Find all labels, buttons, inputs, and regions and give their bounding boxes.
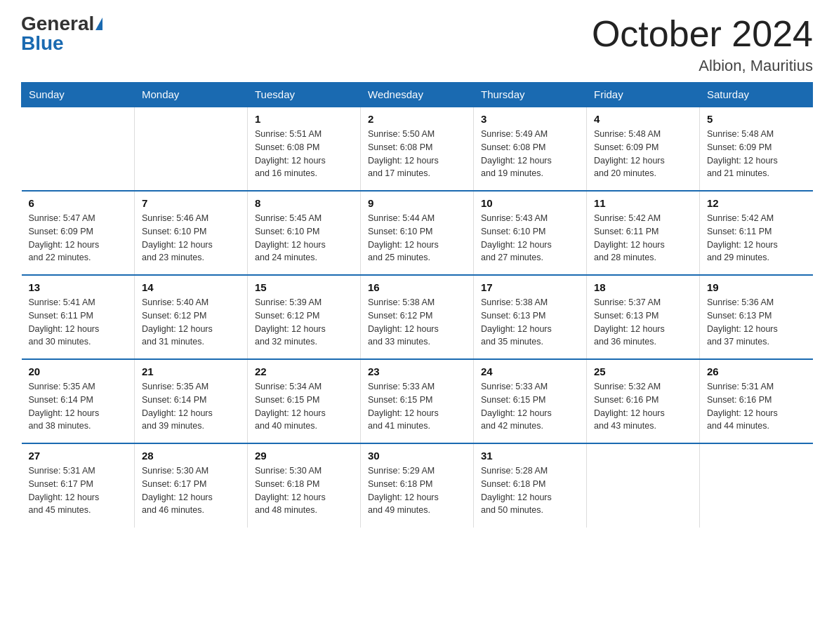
day-number: 25 [594, 365, 692, 377]
day-info: Sunrise: 5:37 AM Sunset: 6:13 PM Dayligh… [594, 296, 692, 349]
day-cell: 26Sunrise: 5:31 AM Sunset: 6:16 PM Dayli… [700, 359, 813, 443]
day-number: 27 [29, 450, 128, 462]
day-info: Sunrise: 5:47 AM Sunset: 6:09 PM Dayligh… [29, 212, 128, 264]
day-cell: 8Sunrise: 5:45 AM Sunset: 6:10 PM Daylig… [248, 191, 361, 275]
day-cell: 14Sunrise: 5:40 AM Sunset: 6:12 PM Dayli… [135, 275, 248, 359]
day-cell: 20Sunrise: 5:35 AM Sunset: 6:14 PM Dayli… [22, 359, 135, 443]
day-number: 2 [368, 113, 466, 125]
day-info: Sunrise: 5:45 AM Sunset: 6:10 PM Dayligh… [255, 212, 353, 264]
day-cell: 5Sunrise: 5:48 AM Sunset: 6:09 PM Daylig… [700, 107, 813, 191]
day-cell [22, 107, 135, 191]
day-cell: 21Sunrise: 5:35 AM Sunset: 6:14 PM Dayli… [135, 359, 248, 443]
logo-triangle-icon [95, 18, 102, 30]
day-cell: 24Sunrise: 5:33 AM Sunset: 6:15 PM Dayli… [474, 359, 587, 443]
logo-blue: Blue [21, 32, 64, 54]
day-number: 17 [481, 281, 579, 293]
day-headers-row: SundayMondayTuesdayWednesdayThursdayFrid… [22, 83, 813, 107]
day-info: Sunrise: 5:34 AM Sunset: 6:15 PM Dayligh… [255, 380, 353, 433]
day-info: Sunrise: 5:48 AM Sunset: 6:09 PM Dayligh… [594, 128, 692, 180]
day-number: 14 [142, 281, 240, 293]
week-row-5: 27Sunrise: 5:31 AM Sunset: 6:17 PM Dayli… [22, 443, 813, 528]
day-header-saturday: Saturday [700, 83, 813, 107]
day-info: Sunrise: 5:36 AM Sunset: 6:13 PM Dayligh… [707, 296, 806, 349]
logo: General Blue [21, 14, 102, 53]
day-number: 22 [255, 365, 353, 377]
day-info: Sunrise: 5:31 AM Sunset: 6:16 PM Dayligh… [707, 380, 806, 433]
day-cell: 6Sunrise: 5:47 AM Sunset: 6:09 PM Daylig… [22, 191, 135, 275]
day-cell: 2Sunrise: 5:50 AM Sunset: 6:08 PM Daylig… [361, 107, 474, 191]
day-cell: 23Sunrise: 5:33 AM Sunset: 6:15 PM Dayli… [361, 359, 474, 443]
day-info: Sunrise: 5:33 AM Sunset: 6:15 PM Dayligh… [368, 380, 466, 433]
day-header-sunday: Sunday [22, 83, 135, 107]
day-number: 23 [368, 365, 466, 377]
day-number: 8 [255, 197, 353, 209]
day-header-monday: Monday [135, 83, 248, 107]
day-info: Sunrise: 5:29 AM Sunset: 6:18 PM Dayligh… [368, 464, 466, 517]
calendar-header: SundayMondayTuesdayWednesdayThursdayFrid… [22, 83, 813, 107]
day-info: Sunrise: 5:28 AM Sunset: 6:18 PM Dayligh… [481, 464, 579, 517]
day-number: 9 [368, 197, 466, 209]
week-row-1: 1Sunrise: 5:51 AM Sunset: 6:08 PM Daylig… [22, 107, 813, 191]
day-info: Sunrise: 5:39 AM Sunset: 6:12 PM Dayligh… [255, 296, 353, 349]
day-info: Sunrise: 5:48 AM Sunset: 6:09 PM Dayligh… [707, 128, 806, 180]
day-number: 10 [481, 197, 579, 209]
day-info: Sunrise: 5:35 AM Sunset: 6:14 PM Dayligh… [29, 380, 128, 433]
day-cell [587, 443, 700, 528]
day-cell: 13Sunrise: 5:41 AM Sunset: 6:11 PM Dayli… [22, 275, 135, 359]
day-cell: 1Sunrise: 5:51 AM Sunset: 6:08 PM Daylig… [248, 107, 361, 191]
week-row-2: 6Sunrise: 5:47 AM Sunset: 6:09 PM Daylig… [22, 191, 813, 275]
day-cell: 3Sunrise: 5:49 AM Sunset: 6:08 PM Daylig… [474, 107, 587, 191]
day-info: Sunrise: 5:35 AM Sunset: 6:14 PM Dayligh… [142, 380, 240, 433]
day-number: 5 [707, 113, 806, 125]
day-info: Sunrise: 5:51 AM Sunset: 6:08 PM Dayligh… [255, 128, 353, 180]
day-cell: 29Sunrise: 5:30 AM Sunset: 6:18 PM Dayli… [248, 443, 361, 528]
week-row-3: 13Sunrise: 5:41 AM Sunset: 6:11 PM Dayli… [22, 275, 813, 359]
day-info: Sunrise: 5:41 AM Sunset: 6:11 PM Dayligh… [29, 296, 128, 349]
day-info: Sunrise: 5:42 AM Sunset: 6:11 PM Dayligh… [707, 212, 806, 264]
day-cell [700, 443, 813, 528]
day-info: Sunrise: 5:46 AM Sunset: 6:10 PM Dayligh… [142, 212, 240, 264]
day-number: 28 [142, 450, 240, 462]
day-cell: 22Sunrise: 5:34 AM Sunset: 6:15 PM Dayli… [248, 359, 361, 443]
day-cell: 10Sunrise: 5:43 AM Sunset: 6:10 PM Dayli… [474, 191, 587, 275]
day-number: 11 [594, 197, 692, 209]
header: General Blue October 2024 Albion, Maurit… [21, 14, 813, 75]
day-cell: 19Sunrise: 5:36 AM Sunset: 6:13 PM Dayli… [700, 275, 813, 359]
day-number: 4 [594, 113, 692, 125]
day-info: Sunrise: 5:38 AM Sunset: 6:13 PM Dayligh… [481, 296, 579, 349]
day-number: 1 [255, 113, 353, 125]
day-info: Sunrise: 5:38 AM Sunset: 6:12 PM Dayligh… [368, 296, 466, 349]
day-header-friday: Friday [587, 83, 700, 107]
day-info: Sunrise: 5:33 AM Sunset: 6:15 PM Dayligh… [481, 380, 579, 433]
day-number: 30 [368, 450, 466, 462]
day-number: 3 [481, 113, 579, 125]
day-cell [135, 107, 248, 191]
day-cell: 7Sunrise: 5:46 AM Sunset: 6:10 PM Daylig… [135, 191, 248, 275]
day-cell: 31Sunrise: 5:28 AM Sunset: 6:18 PM Dayli… [474, 443, 587, 528]
day-cell: 17Sunrise: 5:38 AM Sunset: 6:13 PM Dayli… [474, 275, 587, 359]
calendar-body: 1Sunrise: 5:51 AM Sunset: 6:08 PM Daylig… [22, 107, 813, 528]
day-info: Sunrise: 5:50 AM Sunset: 6:08 PM Dayligh… [368, 128, 466, 180]
day-number: 20 [29, 365, 128, 377]
day-number: 12 [707, 197, 806, 209]
day-info: Sunrise: 5:30 AM Sunset: 6:17 PM Dayligh… [142, 464, 240, 517]
day-cell: 27Sunrise: 5:31 AM Sunset: 6:17 PM Dayli… [22, 443, 135, 528]
day-number: 15 [255, 281, 353, 293]
day-header-wednesday: Wednesday [361, 83, 474, 107]
day-number: 29 [255, 450, 353, 462]
day-info: Sunrise: 5:32 AM Sunset: 6:16 PM Dayligh… [594, 380, 692, 433]
day-info: Sunrise: 5:43 AM Sunset: 6:10 PM Dayligh… [481, 212, 579, 264]
calendar-table: SundayMondayTuesdayWednesdayThursdayFrid… [21, 82, 813, 528]
day-number: 24 [481, 365, 579, 377]
day-info: Sunrise: 5:44 AM Sunset: 6:10 PM Dayligh… [368, 212, 466, 264]
logo-general: General [21, 14, 94, 34]
day-info: Sunrise: 5:42 AM Sunset: 6:11 PM Dayligh… [594, 212, 692, 264]
day-number: 31 [481, 450, 579, 462]
day-number: 6 [29, 197, 128, 209]
day-cell: 11Sunrise: 5:42 AM Sunset: 6:11 PM Dayli… [587, 191, 700, 275]
title-area: October 2024 Albion, Mauritius [592, 14, 813, 75]
day-header-tuesday: Tuesday [248, 83, 361, 107]
day-number: 13 [29, 281, 128, 293]
day-number: 21 [142, 365, 240, 377]
day-cell: 9Sunrise: 5:44 AM Sunset: 6:10 PM Daylig… [361, 191, 474, 275]
